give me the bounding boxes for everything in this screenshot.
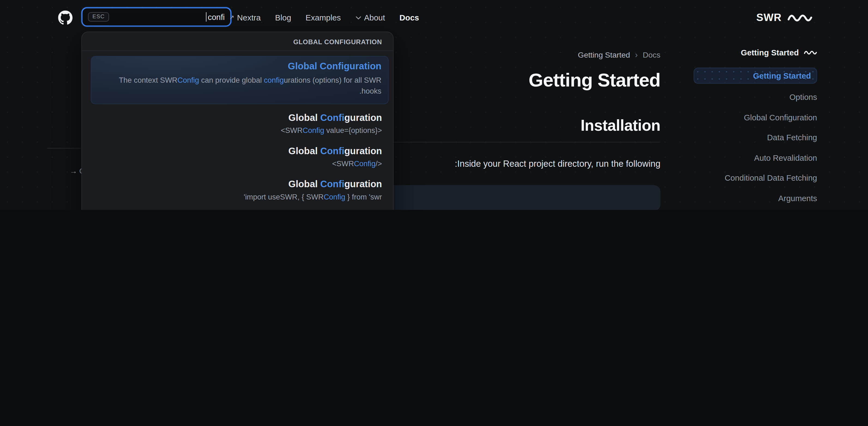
nav-link-examples[interactable]: Examples <box>306 13 341 22</box>
match-highlight: Config <box>323 193 345 201</box>
external-link-icon: ↗ <box>229 13 235 21</box>
match-highlight: Config <box>354 160 375 168</box>
toc-divider <box>47 148 81 148</box>
sidebar-item-auto-revalidation[interactable]: Auto Revalidation <box>693 148 817 168</box>
search-results-panel[interactable]: GLOBAL CONFIGURATION Global Configuratio… <box>81 32 393 210</box>
search-result[interactable]: Global Configuration SWRConfig> <box>82 205 393 210</box>
match-highlight: Confi <box>320 146 344 157</box>
match-highlight: Confi <box>320 179 344 190</box>
search-value: confi <box>207 12 225 21</box>
text-segment: /> <box>375 160 382 168</box>
swr-logo-text: SWR <box>756 12 782 24</box>
navbar: ESC confi ↗ Nextra Blog Examples About D… <box>0 0 868 35</box>
match-highlight: Config <box>178 76 199 84</box>
search-result-snippet: 'import useSWR, { SWRConfig } from 'swr <box>93 192 382 202</box>
sidebar-item-arguments[interactable]: Arguments <box>693 188 817 208</box>
sidebar-item-global-configuration[interactable]: Global Configuration <box>693 107 817 127</box>
description-line: .hooks <box>98 86 381 97</box>
swr-docs-page: ESC confi ↗ Nextra Blog Examples About D… <box>0 0 868 210</box>
match-highlight: config <box>264 76 284 84</box>
text-segment: Global <box>288 112 320 123</box>
search-result-snippet: <SWRConfig/> <box>93 159 382 169</box>
sidebar-item-options[interactable]: Options <box>693 87 817 107</box>
match-highlight: Confi <box>320 112 344 123</box>
text-segment: Global <box>288 146 320 157</box>
search-result-description: The context SWRConfig can provide global… <box>98 75 381 97</box>
text-segment: guration <box>344 179 382 190</box>
text-segment: 'import useSWR, { SWR <box>244 193 323 201</box>
navbar-links: ↗ Nextra Blog Examples About Docs <box>229 0 419 35</box>
swr-logo[interactable]: SWR <box>756 0 813 35</box>
text-segment: urations (options) for all SWR <box>284 76 381 84</box>
text-segment: <SWR <box>332 160 354 168</box>
search-result[interactable]: Global Configuration <SWRConfig value={o… <box>82 105 393 139</box>
text-segment: The context SWR <box>119 76 178 84</box>
text-segment: guration <box>344 146 382 157</box>
text-segment: Global <box>288 179 320 190</box>
text-segment: } from 'swr <box>345 193 382 201</box>
sidebar-section-label: Getting Started <box>741 48 799 57</box>
swr-squiggle-icon <box>787 12 813 23</box>
search-result-title: Global Configuration <box>93 112 382 123</box>
text-segment: guration <box>344 112 382 123</box>
chevron-down-icon <box>355 16 361 20</box>
search-input[interactable]: ESC confi <box>81 7 231 26</box>
breadcrumb-separator-icon: › <box>635 50 638 59</box>
description-line: The context SWRConfig can provide global… <box>98 75 381 86</box>
nav-link-label: Docs <box>399 13 419 22</box>
sidebar-item-getting-started[interactable]: Getting Started <box>693 68 817 84</box>
sidebar-list: Options Global Configuration Data Fetchi… <box>693 87 817 210</box>
search-result-title: Global Configuration <box>98 61 381 72</box>
text-segment: value={options}> <box>324 126 382 135</box>
nav-menu-about[interactable]: About <box>355 13 385 22</box>
search-result-selected[interactable]: Global Configuration The context SWRConf… <box>91 56 389 104</box>
squiggle-icon <box>804 50 817 55</box>
nav-link-label: Examples <box>306 13 341 22</box>
text-segment: <SWR <box>281 126 303 135</box>
sidebar-item-conditional-data-fetching[interactable]: Conditional Data Fetching <box>693 168 817 188</box>
nav-link-label: Nextra <box>237 13 261 22</box>
search-section-header: GLOBAL CONFIGURATION <box>82 32 393 51</box>
breadcrumb-root[interactable]: Docs <box>643 50 660 59</box>
nav-link-blog[interactable]: Blog <box>275 13 291 22</box>
breadcrumb-current-page: Getting Started <box>578 50 630 59</box>
sidebar-item-data-fetching[interactable]: Data Fetching <box>693 127 817 148</box>
search-result[interactable]: Global Configuration 'import useSWR, { S… <box>82 172 393 205</box>
text-segment: can provide global <box>199 76 264 84</box>
nav-link-label: About <box>364 13 385 22</box>
github-icon[interactable] <box>58 10 72 25</box>
search-result[interactable]: Global Configuration <SWRConfig/> <box>82 139 393 172</box>
sidebar-section-getting-started: Getting Started <box>693 47 817 59</box>
esc-key-hint: ESC <box>88 12 109 22</box>
search-result-title: Global Configuration <box>93 146 382 157</box>
sidebar-item-mutation[interactable]: Mutation <box>693 208 817 210</box>
match-highlight: Config <box>303 126 324 135</box>
nav-link-label: Blog <box>275 13 291 22</box>
sidebar: Getting Started Getting Started Options … <box>693 43 817 210</box>
nav-link-docs[interactable]: Docs <box>399 13 419 22</box>
nav-link-nextra[interactable]: ↗ Nextra <box>229 13 261 22</box>
search-result-snippet: <SWRConfig value={options}> <box>93 126 382 135</box>
search-result-title: Global Configuration <box>93 179 382 190</box>
